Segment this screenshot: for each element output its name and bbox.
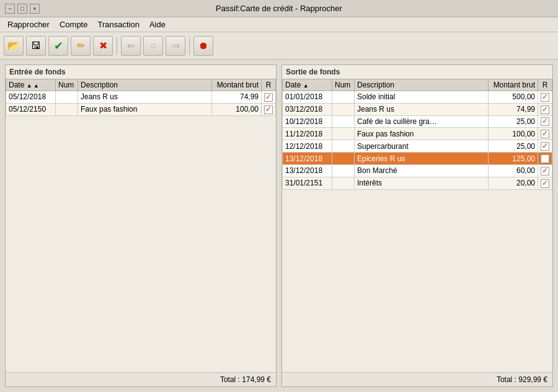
checkbox-icon[interactable] xyxy=(541,154,549,163)
sortie-cell-num xyxy=(332,164,355,177)
sortie-col-r[interactable]: R xyxy=(538,79,552,91)
menu-aide[interactable]: Aide xyxy=(144,19,170,30)
sortie-cell-date: 12/12/2018 xyxy=(283,140,332,153)
sortie-cell-r[interactable] xyxy=(538,115,552,128)
title-bar: − □ × Passif:Carte de crédit - Rapproche… xyxy=(0,0,558,17)
sortie-cell-date: 13/12/2018 xyxy=(283,164,332,177)
sortie-cell-desc: Intérêts xyxy=(355,177,489,189)
sortie-col-amount[interactable]: Montant brut xyxy=(489,79,538,91)
sortie-row[interactable]: 10/12/2018 Café de la cuillère gra… 25,0… xyxy=(283,115,552,128)
entree-row[interactable]: 05/12/2018 Jeans R us 74,99 xyxy=(6,91,276,104)
window-controls[interactable]: − □ × xyxy=(5,4,40,14)
arrow-left-button[interactable]: ⇐ xyxy=(121,36,141,56)
entree-col-date[interactable]: Date ▲ xyxy=(6,79,56,91)
sortie-cell-desc: Jeans R us xyxy=(355,103,489,115)
checkbox-icon[interactable] xyxy=(264,93,273,102)
menu-compte[interactable]: Compte xyxy=(55,19,93,30)
sortie-cell-r[interactable] xyxy=(538,128,552,140)
sortie-cell-desc: Bon Marché xyxy=(355,164,489,177)
circle-button[interactable]: ○ xyxy=(143,36,163,56)
entree-total: 174,99 € xyxy=(242,375,271,384)
close-button[interactable]: × xyxy=(30,4,40,14)
sortie-table-container[interactable]: Date ▲ Num Description Montant brut R 01… xyxy=(282,79,552,372)
entree-table-container[interactable]: Date ▲ Num Description Montant brut R 05… xyxy=(6,79,276,372)
entree-col-desc[interactable]: Description xyxy=(78,79,212,91)
checkbox-icon[interactable] xyxy=(541,142,549,151)
sortie-cell-r[interactable] xyxy=(538,140,552,153)
entree-cell-num xyxy=(56,91,78,104)
sortie-row[interactable]: 03/12/2018 Jeans R us 74,99 xyxy=(283,103,552,115)
checkbox-icon[interactable] xyxy=(541,130,549,138)
sortie-row[interactable]: 13/12/2018 Bon Marché 60,00 xyxy=(283,164,552,177)
sortie-cell-amount: 25,00 xyxy=(489,115,538,128)
sortie-cell-date: 11/12/2018 xyxy=(283,128,332,140)
sortie-col-desc[interactable]: Description xyxy=(355,79,489,91)
open-button[interactable]: 📂 xyxy=(4,36,24,56)
sortie-row[interactable]: 12/12/2018 Supercarburant 25,00 xyxy=(283,140,552,153)
sortie-cell-date: 13/12/2018 xyxy=(283,153,332,165)
sortie-cell-num xyxy=(332,91,355,104)
sortie-row[interactable]: 13/12/2018 Epiceries R us 125,00 xyxy=(283,153,552,165)
edit-button[interactable]: ✏ xyxy=(71,36,91,56)
sortie-cell-amount: 60,00 xyxy=(489,164,538,177)
entree-col-r[interactable]: R xyxy=(262,79,276,91)
entree-cell-date: 05/12/2150 xyxy=(6,103,56,115)
main-content: Entrée de fonds Date ▲ Num Description M… xyxy=(0,60,558,392)
sortie-row[interactable]: 31/01/2151 Intérêts 20,00 xyxy=(283,177,552,189)
open-icon: 📂 xyxy=(7,40,20,51)
sortie-header-row: Date ▲ Num Description Montant brut R xyxy=(283,79,552,91)
checkbox-icon[interactable] xyxy=(541,105,549,114)
entree-title: Entrée de fonds xyxy=(6,65,276,79)
sortie-cell-desc: Faux pas fashion xyxy=(355,128,489,140)
menu-transaction[interactable]: Transaction xyxy=(92,19,144,30)
arrow-right-button[interactable]: ⇒ xyxy=(166,36,185,56)
sortie-cell-amount: 20,00 xyxy=(489,177,538,189)
x-red-icon: ✖ xyxy=(99,40,107,51)
sortie-cell-amount: 125,00 xyxy=(489,153,538,165)
check-green-icon: ✔ xyxy=(54,39,63,53)
checkbox-icon[interactable] xyxy=(264,105,273,114)
sortie-cell-amount: 500,00 xyxy=(489,91,538,104)
sortie-cell-date: 01/01/2018 xyxy=(283,91,332,104)
sortie-cell-date: 03/12/2018 xyxy=(283,103,332,115)
validate-button[interactable]: ✔ xyxy=(48,36,68,56)
minimize-button[interactable]: − xyxy=(5,4,15,14)
entree-row[interactable]: 05/12/2150 Faux pas fashion 100,00 xyxy=(6,103,276,115)
entree-panel: Entrée de fonds Date ▲ Num Description M… xyxy=(5,65,277,387)
sortie-row[interactable]: 01/01/2018 Solde initial 500,00 xyxy=(283,91,552,104)
sortie-col-num[interactable]: Num xyxy=(332,79,355,91)
entree-cell-r[interactable] xyxy=(262,91,276,104)
sortie-row[interactable]: 11/12/2018 Faux pas fashion 100,00 xyxy=(283,128,552,140)
sortie-cell-num xyxy=(332,177,355,189)
arrow-right-icon: ⇒ xyxy=(172,40,180,51)
maximize-button[interactable]: □ xyxy=(17,4,27,14)
sortie-cell-num xyxy=(332,115,355,128)
checkbox-icon[interactable] xyxy=(541,93,549,102)
sortie-cell-r[interactable] xyxy=(538,177,552,189)
separator-2 xyxy=(189,37,190,55)
entree-col-num[interactable]: Num xyxy=(56,79,78,91)
cancel-button[interactable]: ✖ xyxy=(93,36,113,56)
sortie-panel: Sortie de fonds Date ▲ Num Description M… xyxy=(281,65,553,387)
checkbox-icon[interactable] xyxy=(541,167,549,176)
sortie-cell-amount: 25,00 xyxy=(489,140,538,153)
checkbox-icon[interactable] xyxy=(541,179,549,188)
pencil-icon: ✏ xyxy=(77,40,85,51)
sortie-cell-r[interactable] xyxy=(538,164,552,177)
save-button[interactable]: 🖫 xyxy=(26,36,46,56)
sortie-cell-num xyxy=(332,140,355,153)
sortie-cell-amount: 100,00 xyxy=(489,128,538,140)
menu-rapprocher[interactable]: Rapprocher xyxy=(2,19,55,30)
sortie-cell-desc: Supercarburant xyxy=(355,140,489,153)
stop-button[interactable]: ⏺ xyxy=(193,36,213,56)
entree-cell-date: 05/12/2018 xyxy=(6,91,56,104)
entree-footer: Total : 174,99 € xyxy=(6,372,276,386)
sortie-cell-r[interactable] xyxy=(538,91,552,104)
sortie-cell-r[interactable] xyxy=(538,153,552,165)
checkbox-icon[interactable] xyxy=(541,117,549,126)
entree-cell-r[interactable] xyxy=(262,103,276,115)
entree-col-amount[interactable]: Montant brut xyxy=(212,79,262,91)
sortie-cell-date: 31/01/2151 xyxy=(283,177,332,189)
sortie-col-date[interactable]: Date ▲ xyxy=(283,79,332,91)
sortie-cell-r[interactable] xyxy=(538,103,552,115)
